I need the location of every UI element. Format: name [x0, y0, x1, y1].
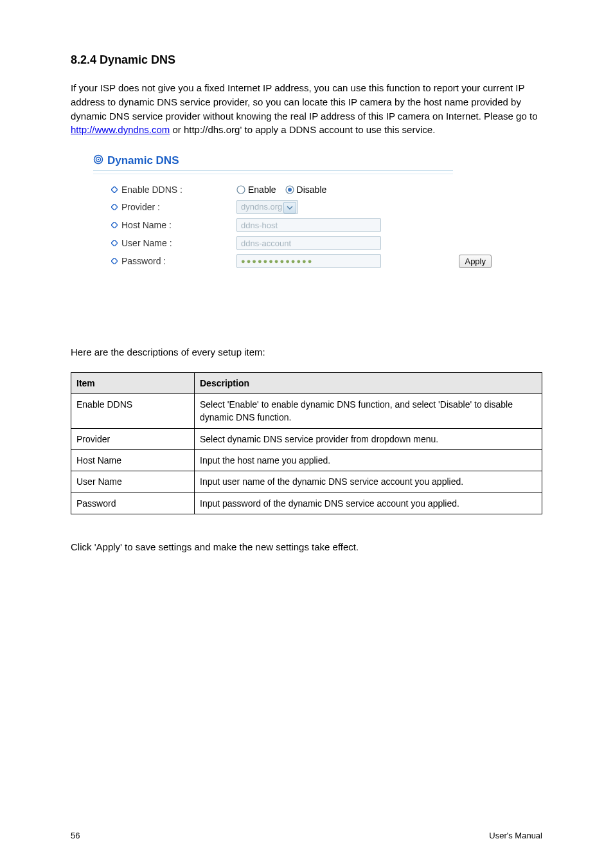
settings-table: Item Description Enable DDNS Select 'Ena…: [71, 372, 542, 514]
diamond-icon: [111, 183, 118, 196]
fields-intro: Here are the descriptions of every setup…: [71, 345, 542, 359]
intro-paragraph: If your ISP does not give you a fixed In…: [71, 81, 542, 137]
label-enable-ddns: Enable DDNS :: [121, 183, 182, 196]
cell-item: Provider: [71, 428, 195, 449]
cell-desc: Select dynamic DNS service provider from…: [195, 428, 542, 449]
th-item: Item: [71, 372, 195, 393]
table-row: Host Name Input the host name you applie…: [71, 449, 542, 471]
footer-manual: User's Manual: [489, 830, 542, 842]
radio-disable[interactable]: Disable: [285, 183, 327, 196]
username-input[interactable]: [236, 236, 381, 250]
svg-marker-10: [111, 258, 118, 264]
dyndns-link[interactable]: http://www.dyndns.com: [71, 124, 170, 135]
svg-point-2: [98, 158, 99, 159]
chevron-down-icon: [283, 202, 296, 213]
label-provider: Provider :: [121, 201, 160, 213]
cell-desc: Select 'Enable' to enable dynamic DNS fu…: [195, 394, 542, 429]
cell-desc: Input user name of the dynamic DNS servi…: [195, 471, 542, 493]
cell-desc: Input the host name you applied.: [195, 449, 542, 471]
table-row: Password Input password of the dynamic D…: [71, 493, 542, 514]
table-row: User Name Input user name of the dynamic…: [71, 471, 542, 493]
svg-marker-3: [111, 186, 118, 193]
closing-text: Click 'Apply' to save settings and make …: [71, 540, 542, 554]
cell-desc: Input password of the dynamic DNS servic…: [195, 493, 542, 514]
screenshot-title: Dynamic DNS: [107, 153, 179, 169]
svg-marker-9: [111, 240, 118, 246]
radio-enable-label: Enable: [248, 183, 276, 196]
cell-item: Password: [71, 493, 195, 514]
page-number: 56: [71, 830, 80, 842]
password-input[interactable]: [236, 254, 381, 268]
svg-marker-8: [111, 222, 118, 228]
diamond-icon: [111, 255, 118, 267]
diamond-icon: [111, 219, 118, 231]
section-heading: 8.2.4 Dynamic DNS: [71, 51, 542, 68]
apply-button[interactable]: Apply: [459, 255, 492, 268]
cell-item: User Name: [71, 471, 195, 493]
ddns-screenshot: Dynamic DNS Enable DDNS : Enable: [93, 153, 453, 268]
hostname-input[interactable]: [236, 218, 381, 232]
radio-icon: [236, 185, 245, 194]
radio-icon: [285, 185, 294, 194]
label-password: Password :: [121, 255, 166, 267]
cell-item: Enable DDNS: [71, 394, 195, 429]
table-row: Enable DDNS Select 'Enable' to enable dy…: [71, 394, 542, 429]
label-username: User Name :: [121, 237, 172, 249]
svg-point-4: [237, 186, 245, 194]
label-hostname: Host Name :: [121, 219, 172, 231]
cell-item: Host Name: [71, 449, 195, 471]
provider-select[interactable]: dyndns.org: [236, 200, 298, 214]
provider-value: dyndns.org: [241, 201, 282, 213]
radio-disable-label: Disable: [297, 183, 327, 196]
diamond-icon: [111, 201, 118, 213]
diamond-icon: [111, 237, 118, 249]
intro-text-2: or http://dhs.org' to apply a DDNS accou…: [170, 124, 435, 135]
radio-enable[interactable]: Enable: [236, 183, 276, 196]
svg-marker-7: [111, 204, 118, 210]
intro-text-1: If your ISP does not give you a fixed In…: [71, 82, 537, 122]
table-row: Provider Select dynamic DNS service prov…: [71, 428, 542, 449]
bullseye-icon: [93, 154, 103, 168]
svg-point-6: [288, 188, 292, 192]
th-desc: Description: [195, 372, 542, 393]
